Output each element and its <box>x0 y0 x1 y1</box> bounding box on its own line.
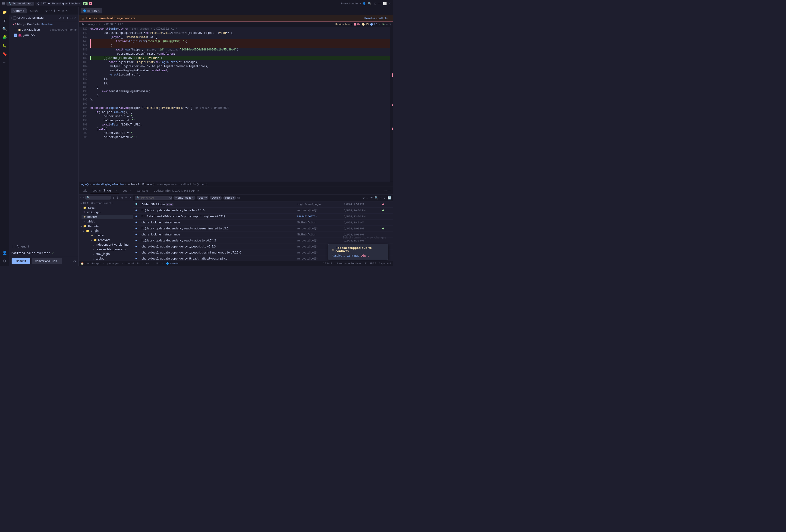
activity-explorer[interactable]: 📁 <box>1 8 8 16</box>
stage-icon[interactable]: + <box>62 16 65 20</box>
activity-bookmarks[interactable]: 🔖 <box>1 50 8 57</box>
file-item-package-json[interactable]: ◉ package.json packages/thu-info-lib <box>9 27 78 32</box>
maximize-icon[interactable]: ⬜ <box>383 2 387 5</box>
branch-independent[interactable]: ⑂ independent-versioning <box>79 242 133 247</box>
branch-remote-sm2[interactable]: ⑂ sm2_login <box>79 252 133 256</box>
paths-filter[interactable]: Paths ▾ <box>223 196 236 200</box>
activity-debug[interactable]: 🐛 <box>1 42 8 49</box>
log-down-icon[interactable]: ↓ <box>384 196 386 199</box>
code-area[interactable]: 122 143 147 148 149 180 181 182 183 184 … <box>79 27 393 182</box>
branch-remote-tablet[interactable]: ⑂ tablet <box>79 256 133 261</box>
branch-filter-close[interactable]: ✕ <box>192 197 193 199</box>
settings-icon[interactable]: ⚙ <box>373 2 376 5</box>
window-close-icon[interactable]: ✕ <box>389 2 391 5</box>
breadcrumb-part-1[interactable]: login() <box>80 183 89 186</box>
panel-close-icon[interactable]: ✕ <box>65 9 68 13</box>
renovate-folder[interactable]: ▸ 📁 renovate <box>79 238 133 242</box>
eye-icon[interactable]: 👁 <box>57 9 60 13</box>
tab-commit[interactable]: Commit <box>11 8 27 14</box>
log-tab-git[interactable]: Git <box>80 189 89 193</box>
tree-delete-icon[interactable]: 🗑 <box>120 196 124 199</box>
local-section[interactable]: ▸ 📁 Local <box>79 205 133 210</box>
file-checkbox-package[interactable] <box>14 28 17 31</box>
commit-settings-icon[interactable]: ⚙ <box>73 258 76 264</box>
undo-icon[interactable]: ↩ <box>49 9 52 13</box>
resolve-link[interactable]: Resolve <box>42 23 52 26</box>
commit-push-button[interactable]: Commit and Push... <box>32 258 62 264</box>
commit-row-1[interactable]: Added SM2 login Ajax origin & sm2_login … <box>133 201 393 208</box>
code-content[interactable]: export const login = async ( Show usages… <box>89 27 390 182</box>
log-eye-icon[interactable]: 👁 <box>370 196 373 199</box>
app-label[interactable]: 🔧 TA thu-info-app <box>6 2 34 5</box>
view-icon[interactable]: ⊙ <box>70 16 73 20</box>
resolve-conflicts-link[interactable]: Resolve conflicts... <box>364 17 390 20</box>
branch-release[interactable]: ⑂ release_file_generator <box>79 247 133 252</box>
log-sync-icon[interactable]: 🔄 <box>388 196 391 199</box>
log-tab-update-close[interactable]: ✕ <box>197 190 199 192</box>
search-icon[interactable]: 🔍 <box>368 2 372 5</box>
discard-icon[interactable]: ↺ <box>59 16 61 20</box>
origin-folder[interactable]: ▸ 📁 origin <box>82 228 133 233</box>
log-tab-log-close[interactable]: ✕ <box>130 190 131 192</box>
remote-section[interactable]: ▸ 📁 Remote <box>79 224 133 228</box>
tab-stash[interactable]: Stash <box>27 8 40 14</box>
close-button[interactable]: ✕ <box>89 2 92 5</box>
activity-search[interactable]: 🔍 <box>1 25 8 32</box>
notif-abort-link[interactable]: Abort <box>361 254 369 258</box>
pull-icon[interactable]: ⬇ <box>53 9 55 13</box>
log-tab-close-icon[interactable]: ✕ <box>115 189 117 192</box>
chevron-up-btn[interactable]: ∧ <box>386 23 388 26</box>
panel-minimize-icon[interactable]: — <box>74 9 77 13</box>
run-button[interactable]: ▶ <box>83 2 88 5</box>
tree-search-input[interactable] <box>91 196 109 199</box>
log-up-icon[interactable]: ↑ <box>379 196 382 199</box>
person-icon[interactable]: 👤 <box>363 2 366 5</box>
activity-git[interactable]: ⑂ <box>1 17 8 24</box>
commit-button[interactable]: Commit <box>11 258 30 264</box>
tree-nav-prev[interactable]: ‹ <box>80 196 81 199</box>
commit-row-2[interactable]: fix(deps): update dependency lerna to v8… <box>133 208 393 214</box>
tree-merge-icon[interactable]: ⑂ <box>125 196 127 199</box>
commit-row-4[interactable]: chore: lockfile maintenance GitHub Actio… <box>133 219 393 225</box>
notif-resolve-link[interactable]: Resolve... <box>332 254 345 258</box>
index-bundle-label[interactable]: index.bundle <box>341 2 357 5</box>
activity-extensions[interactable]: 🧩 <box>1 33 8 41</box>
expand-icon[interactable]: ⊕ <box>61 9 64 13</box>
log-refresh-icon[interactable]: ↺ <box>362 196 365 199</box>
breadcrumb-part-3[interactable]: callback for Promise() <box>127 183 154 186</box>
amend-checkbox[interactable] <box>12 245 15 248</box>
activity-account[interactable]: 👤 <box>1 249 8 256</box>
chevron-down-btn[interactable]: ∨ <box>389 23 391 26</box>
log-minimize-icon[interactable]: — <box>388 189 391 192</box>
activity-settings-bottom[interactable]: ⚙ <box>1 257 8 265</box>
branch-master[interactable]: ★ master <box>82 215 133 219</box>
log-tab-update-info[interactable]: Update Info: 7/11/24, 9:55 AM ✕ <box>151 189 202 193</box>
editor-more-icon[interactable]: ⋯ <box>388 9 391 13</box>
more-icon[interactable]: ⋯ <box>69 9 72 13</box>
log-tab-log[interactable]: Log ✕ <box>120 189 134 193</box>
editor-tab-core-ts[interactable]: 🔷 core.ts ✕ <box>80 8 102 14</box>
changes-checkbox[interactable] <box>13 17 17 20</box>
log-tab-sm2-login[interactable]: Log: sm2_login ✕ <box>90 188 119 193</box>
commit-search-box[interactable]: 🔍 Cc <box>135 196 172 200</box>
commit-search-input[interactable] <box>141 197 168 199</box>
tree-fetch-icon[interactable]: ↓ <box>116 196 119 199</box>
file-checkbox-yarn[interactable]: ✓ <box>14 33 17 37</box>
log-search-icon-2[interactable]: 🔍 <box>374 196 378 199</box>
graph-toggle[interactable]: ⧉ <box>237 196 240 200</box>
section-collapse-icon[interactable]: ▸ <box>13 23 14 25</box>
tree-rebase-icon[interactable]: ↗ <box>128 196 131 199</box>
tab-close-icon[interactable]: ✕ <box>98 9 100 13</box>
breadcrumb-part-5[interactable]: callback for ().then() <box>181 183 208 186</box>
log-tab-console[interactable]: Console <box>135 189 150 193</box>
commit-row-5[interactable]: fix(deps): update dependency react-nativ… <box>133 225 393 232</box>
branch-filter[interactable]: ⑂ sm2_login ✕ <box>174 196 195 200</box>
show-usages-link[interactable]: Show usages <box>80 23 97 26</box>
refresh-icon[interactable]: ↺ <box>45 9 48 13</box>
file-item-yarn-lock[interactable]: ✓ 🧶 yarn.lock <box>9 32 78 38</box>
user-filter[interactable]: User ▾ <box>197 196 208 200</box>
breadcrumb-part-4[interactable]: <anonymous>() <box>157 183 178 186</box>
minimize-icon[interactable]: — <box>378 2 381 5</box>
activity-more[interactable]: ⋯ <box>1 58 8 66</box>
amend-info-icon[interactable]: ℹ <box>28 245 29 248</box>
